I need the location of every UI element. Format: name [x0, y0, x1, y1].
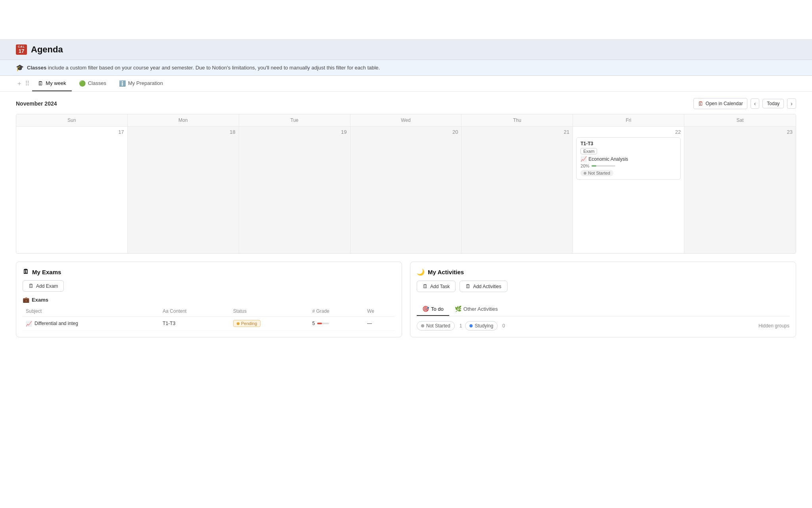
- exam-grade-value: 5: [312, 321, 315, 326]
- event-status-dot: [584, 172, 586, 175]
- event-progress-bar: [592, 165, 615, 167]
- cal-cell-tue[interactable]: 19: [239, 126, 350, 253]
- next-week-button[interactable]: ›: [787, 98, 796, 109]
- cal-date-21: 21: [465, 129, 569, 135]
- day-header-sun: Sun: [16, 114, 128, 126]
- event-title: T1-T3: [580, 141, 676, 146]
- calendar-nav-right: 🗓 Open in Calendar ‹ Today ›: [693, 98, 796, 109]
- add-task-label: Add Task: [430, 284, 450, 289]
- event-status-badge: Not Started: [580, 170, 613, 176]
- bottom-section: 🗓 My Exams 🗓 Add Exam 💼 Exams Subject Aa…: [0, 254, 812, 349]
- col-we[interactable]: We: [364, 306, 395, 317]
- exam-status-cell: Pending: [230, 317, 309, 331]
- event-card[interactable]: T1-T3 Exam 📈 Economic Analysis 20%: [576, 137, 681, 180]
- day-header-sat: Sat: [684, 114, 796, 126]
- cal-date-20: 20: [354, 129, 458, 135]
- event-progress-text: 20%: [580, 164, 589, 168]
- event-subject: 📈 Economic Analysis: [580, 156, 676, 162]
- exams-panel-title: My Exams: [32, 269, 61, 275]
- exam-subject-name: Differential and integ: [34, 321, 78, 326]
- prev-week-button[interactable]: ‹: [751, 98, 760, 109]
- agenda-header: CAL 17 Agenda: [0, 40, 812, 60]
- calendar-month: November 2024: [16, 100, 57, 107]
- exam-subject-cell: 📈 Differential and integ: [23, 317, 159, 331]
- cal-date-23: 23: [688, 129, 793, 135]
- activities-panel: 🌙 My Activities 🗓 Add Task 🗓 Add Activit…: [410, 262, 796, 337]
- tab-my-preparation-label: My Preparation: [128, 80, 163, 86]
- other-activities-label: Other Activities: [463, 306, 498, 312]
- cal-date-17: 17: [19, 129, 124, 135]
- tab-my-week[interactable]: 🗓 My week: [32, 76, 71, 91]
- calendar-section: November 2024 🗓 Open in Calendar ‹ Today…: [0, 92, 812, 254]
- cal-cell-mon[interactable]: 18: [128, 126, 239, 253]
- add-exam-icon: 🗓: [29, 283, 34, 289]
- add-activities-button[interactable]: 🗓 Add Activities: [460, 281, 507, 292]
- to-do-icon: 🎯: [422, 306, 429, 312]
- info-text-rest: include a custom filter based on your co…: [48, 65, 380, 71]
- event-status-text: Not Started: [588, 171, 610, 175]
- cal-date-22: 22: [576, 129, 681, 135]
- calendar-body: 17 18 19 20 21 22 T1-T3: [16, 126, 796, 253]
- col-content[interactable]: Aa Content: [159, 306, 230, 317]
- info-classes-label: Classes: [27, 65, 46, 71]
- tab-classes[interactable]: 🟢 Classes: [73, 76, 112, 91]
- col-grade[interactable]: # Grade: [309, 306, 364, 317]
- cal-cell-sun[interactable]: 17: [16, 126, 128, 253]
- today-button[interactable]: Today: [762, 99, 784, 108]
- activities-panel-header: 🌙 My Activities: [417, 268, 789, 276]
- exam-content-cell: T1-T3: [159, 317, 230, 331]
- tab-my-preparation[interactable]: ℹ️ My Preparation: [113, 76, 169, 91]
- exams-table: Subject Aa Content Status # Grade We 📈 D…: [23, 306, 395, 331]
- day-header-wed: Wed: [350, 114, 462, 126]
- calendar-nav: November 2024 🗓 Open in Calendar ‹ Today…: [16, 98, 796, 109]
- cal-cell-sat[interactable]: 23: [684, 126, 796, 253]
- add-exam-label: Add Exam: [36, 283, 58, 289]
- to-do-label: To do: [431, 306, 444, 312]
- col-subject[interactable]: Subject: [23, 306, 159, 317]
- col-status[interactable]: Status: [230, 306, 309, 317]
- not-started-count: 1: [460, 323, 462, 329]
- activities-panel-title: My Activities: [428, 269, 464, 275]
- studying-pill[interactable]: Studying: [465, 321, 498, 331]
- my-week-icon: 🗓: [38, 80, 43, 87]
- add-exam-button[interactable]: 🗓 Add Exam: [23, 280, 64, 292]
- cal-cell-fri[interactable]: 22 T1-T3 Exam 📈 Economic Analysis 20%: [573, 126, 684, 253]
- hidden-groups-label: Hidden groups: [758, 323, 789, 329]
- calendar-header-row: Sun Mon Tue Wed Thu Fri Sat: [16, 114, 796, 126]
- calendar-grid: Sun Mon Tue Wed Thu Fri Sat 17 18 19: [16, 114, 796, 254]
- cal-date-19: 19: [242, 129, 347, 135]
- add-activities-label: Add Activities: [473, 284, 501, 289]
- page-title: Agenda: [31, 44, 63, 55]
- calendar-btn-icon: 🗓: [698, 100, 703, 107]
- grade-bar: [317, 323, 329, 324]
- add-tab-button[interactable]: +: [16, 76, 23, 91]
- add-task-button[interactable]: 🗓 Add Task: [417, 281, 456, 292]
- cal-cell-thu[interactable]: 21: [462, 126, 573, 253]
- open-in-calendar-button[interactable]: 🗓 Open in Calendar: [693, 98, 747, 109]
- graduation-icon: 🎓: [16, 64, 24, 71]
- exams-panel-icon: 🗓: [23, 268, 29, 275]
- open-cal-label: Open in Calendar: [706, 101, 743, 106]
- not-started-dot: [421, 324, 424, 327]
- studying-label: Studying: [475, 323, 493, 329]
- tabs-bar: + ⠿ 🗓 My week 🟢 Classes ℹ️ My Preparatio…: [0, 76, 812, 92]
- not-started-pill[interactable]: Not Started: [417, 321, 455, 331]
- event-progress: 20%: [580, 164, 676, 168]
- act-tab-to-do[interactable]: 🎯 To do: [417, 302, 449, 316]
- status-row: Not Started 1 Studying 0 Hidden groups: [417, 321, 789, 331]
- today-badge: 17: [118, 129, 124, 135]
- pending-badge: Pending: [233, 320, 260, 327]
- event-progress-fill: [592, 165, 596, 167]
- tab-classes-label: Classes: [88, 80, 106, 86]
- event-subject-name: Economic Analysis: [588, 156, 628, 162]
- act-tab-other[interactable]: 🌿 Other Activities: [449, 302, 504, 316]
- table-row[interactable]: 📈 Differential and integ T1-T3 Pending: [23, 317, 395, 331]
- exam-subject-icon: 📈: [26, 321, 32, 327]
- drag-handle: ⠿: [24, 76, 31, 91]
- activities-tabs: 🎯 To do 🌿 Other Activities: [417, 302, 789, 316]
- day-header-thu: Thu: [462, 114, 573, 126]
- event-subject-icon: 📈: [580, 156, 587, 162]
- studying-count: 0: [502, 323, 505, 329]
- cal-cell-wed[interactable]: 20: [350, 126, 462, 253]
- add-activities-icon: 🗓: [465, 283, 471, 289]
